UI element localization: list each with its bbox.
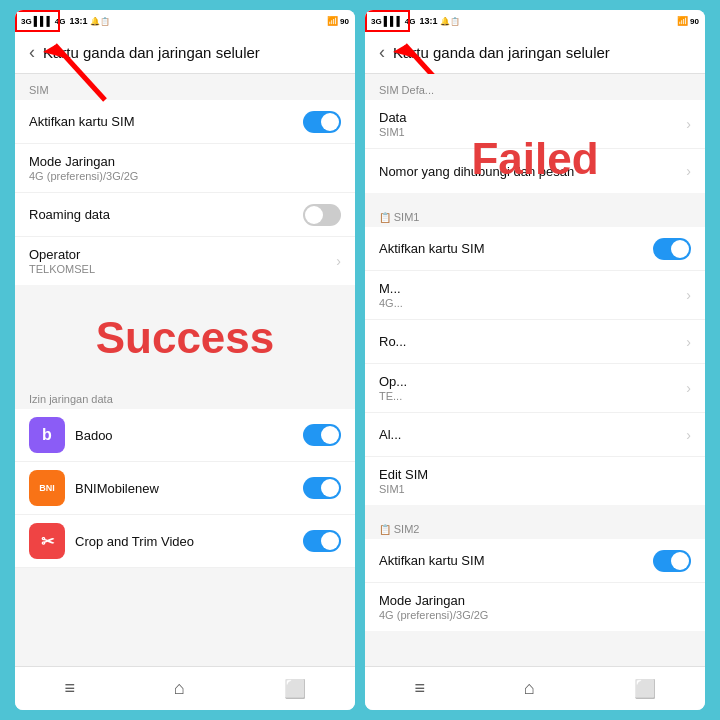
- badoo-name: Badoo: [75, 428, 293, 443]
- sim1-aktifkan-item[interactable]: Aktifkan kartu SIM: [365, 227, 705, 271]
- operator-item[interactable]: Operator TELKOMSEL ›: [15, 237, 355, 285]
- battery-f: 90: [690, 17, 699, 26]
- page-title-failed: Kartu ganda dan jaringan seluler: [393, 44, 610, 61]
- notification-icons-f: 🔔📋: [440, 17, 460, 26]
- badoo-toggle[interactable]: [303, 424, 341, 446]
- badoo-icon: b: [29, 417, 65, 453]
- phone-screen-failed: 3G ▌▌▌ 4G 13:1 🔔📋 📶 90 ‹ Kartu ganda dan…: [365, 10, 705, 710]
- page-header-success[interactable]: ‹ Kartu ganda dan jaringan seluler: [15, 32, 355, 74]
- bni-toggle[interactable]: [303, 477, 341, 499]
- app-bni[interactable]: BNI BNIMobilenew: [15, 462, 355, 515]
- status-left: 3G ▌▌▌ 4G 13:1 🔔📋: [21, 16, 110, 26]
- page-title-success: Kartu ganda dan jaringan seluler: [43, 44, 260, 61]
- time: 13:1: [69, 16, 87, 26]
- status-left-failed: 3G ▌▌▌ 4G 13:1 🔔📋: [371, 16, 460, 26]
- back-nav[interactable]: ⬜: [284, 678, 306, 700]
- roaming-data-toggle[interactable]: [303, 204, 341, 226]
- back-button-success[interactable]: ‹: [29, 42, 35, 63]
- mode-jaringan-label: Mode Jaringan: [29, 154, 138, 169]
- roaming-data-label: Roaming data: [29, 207, 110, 222]
- status-right-failed: 📶 90: [677, 16, 699, 26]
- aktifkan-sim-label: Aktifkan kartu SIM: [29, 114, 134, 129]
- settings-body-failed: Failed SIM Defa... Data SIM1 › Nomor yan…: [365, 74, 705, 666]
- sim1-op-item[interactable]: Op... TE... ›: [365, 364, 705, 413]
- sim1-aktifkan-toggle[interactable]: [653, 238, 691, 260]
- phone-screen-success: 3G ▌▌▌ 4G 13:1 🔔📋 📶 90 ‹ Kartu ganda dan…: [15, 10, 355, 710]
- crop-name: Crop and Trim Video: [75, 534, 293, 549]
- sim1-mode-sub: 4G...: [379, 297, 403, 309]
- sim1-mode-item[interactable]: M... 4G... ›: [365, 271, 705, 320]
- data-label: Data: [379, 110, 406, 125]
- sim1-op-label: Op...: [379, 374, 407, 389]
- sim2-mode-label: Mode Jaringan: [379, 593, 488, 608]
- mode-jaringan-sub: 4G (preferensi)/3G/2G: [29, 170, 138, 182]
- time-f: 13:1: [419, 16, 437, 26]
- sim-settings-group: Aktifkan kartu SIM Mode Jaringan 4G (pre…: [15, 100, 355, 285]
- status-bar-success: 3G ▌▌▌ 4G 13:1 🔔📋 📶 90: [15, 10, 355, 32]
- aktifkan-sim-toggle[interactable]: [303, 111, 341, 133]
- nomor-chevron: ›: [686, 163, 691, 179]
- network-3g-f: 3G: [371, 17, 382, 26]
- settings-body-success: SIM Aktifkan kartu SIM Mode Jaringan 4G …: [15, 74, 355, 666]
- sim1-al-item[interactable]: Al... ›: [365, 413, 705, 457]
- sim2-section-label: 📋 SIM2: [365, 513, 705, 539]
- network-4g: 4G: [55, 17, 66, 26]
- sim1-ro-label: Ro...: [379, 334, 406, 349]
- app-badoo[interactable]: b Badoo: [15, 409, 355, 462]
- sim-section-label: SIM: [15, 74, 355, 100]
- app-crop[interactable]: ✂ Crop and Trim Video: [15, 515, 355, 568]
- roaming-data-item[interactable]: Roaming data: [15, 193, 355, 237]
- sim1-ro-item[interactable]: Ro... ›: [365, 320, 705, 364]
- app-list: b Badoo BNI BNIMobilenew ✂ Crop and Trim…: [15, 409, 355, 568]
- sim1-al-chevron: ›: [686, 427, 691, 443]
- data-sub: SIM1: [379, 126, 406, 138]
- wifi-icon: 📶: [327, 16, 338, 26]
- sim1-edit-item[interactable]: Edit SIM SIM1: [365, 457, 705, 505]
- back-button-failed[interactable]: ‹: [379, 42, 385, 63]
- data-chevron: ›: [686, 116, 691, 132]
- crop-icon: ✂: [29, 523, 65, 559]
- wifi-icon-f: 📶: [677, 16, 688, 26]
- network-3g: 3G: [21, 17, 32, 26]
- sim1-mode-label: M...: [379, 281, 403, 296]
- sim1-op-chevron: ›: [686, 380, 691, 396]
- signal-bars-f: ▌▌▌: [384, 16, 403, 26]
- operator-label: Operator: [29, 247, 95, 262]
- operator-sub: TELKOMSEL: [29, 263, 95, 275]
- sim1-aktifkan-label: Aktifkan kartu SIM: [379, 241, 484, 256]
- app-section-label: Izin jaringan data: [15, 383, 355, 409]
- sim1-mode-chevron: ›: [686, 287, 691, 303]
- sim-default-label: SIM Defa...: [365, 74, 705, 100]
- battery: 90: [340, 17, 349, 26]
- network-4g-f: 4G: [405, 17, 416, 26]
- sim2-aktifkan-item[interactable]: Aktifkan kartu SIM: [365, 539, 705, 583]
- status-right: 📶 90: [327, 16, 349, 26]
- page-header-failed[interactable]: ‹ Kartu ganda dan jaringan seluler: [365, 32, 705, 74]
- aktifkan-sim-item[interactable]: Aktifkan kartu SIM: [15, 100, 355, 144]
- home-nav[interactable]: ⌂: [174, 678, 185, 699]
- notification-icons: 🔔📋: [90, 17, 110, 26]
- home-nav-f[interactable]: ⌂: [524, 678, 535, 699]
- sim2-aktifkan-toggle[interactable]: [653, 550, 691, 572]
- sim2-aktifkan-label: Aktifkan kartu SIM: [379, 553, 484, 568]
- sim1-settings-group: Aktifkan kartu SIM M... 4G... › Ro... ›: [365, 227, 705, 505]
- mode-jaringan-item[interactable]: Mode Jaringan 4G (preferensi)/3G/2G: [15, 144, 355, 193]
- operator-chevron: ›: [336, 253, 341, 269]
- sim1-edit-label: Edit SIM: [379, 467, 428, 482]
- sim1-ro-chevron: ›: [686, 334, 691, 350]
- bottom-nav-failed: ≡ ⌂ ⬜: [365, 666, 705, 710]
- signal-bars: ▌▌▌: [34, 16, 53, 26]
- sim2-settings-group: Aktifkan kartu SIM Mode Jaringan 4G (pre…: [365, 539, 705, 631]
- sim1-al-label: Al...: [379, 427, 401, 442]
- hamburger-nav[interactable]: ≡: [64, 678, 75, 699]
- sim1-section-label: 📋 SIM1: [365, 201, 705, 227]
- bottom-nav-success: ≡ ⌂ ⬜: [15, 666, 355, 710]
- crop-toggle[interactable]: [303, 530, 341, 552]
- success-label: Success: [96, 313, 275, 362]
- back-nav-f[interactable]: ⬜: [634, 678, 656, 700]
- sim1-op-sub: TE...: [379, 390, 407, 402]
- hamburger-nav-f[interactable]: ≡: [414, 678, 425, 699]
- status-bar-failed: 3G ▌▌▌ 4G 13:1 🔔📋 📶 90: [365, 10, 705, 32]
- sim2-mode-item[interactable]: Mode Jaringan 4G (preferensi)/3G/2G: [365, 583, 705, 631]
- bni-icon: BNI: [29, 470, 65, 506]
